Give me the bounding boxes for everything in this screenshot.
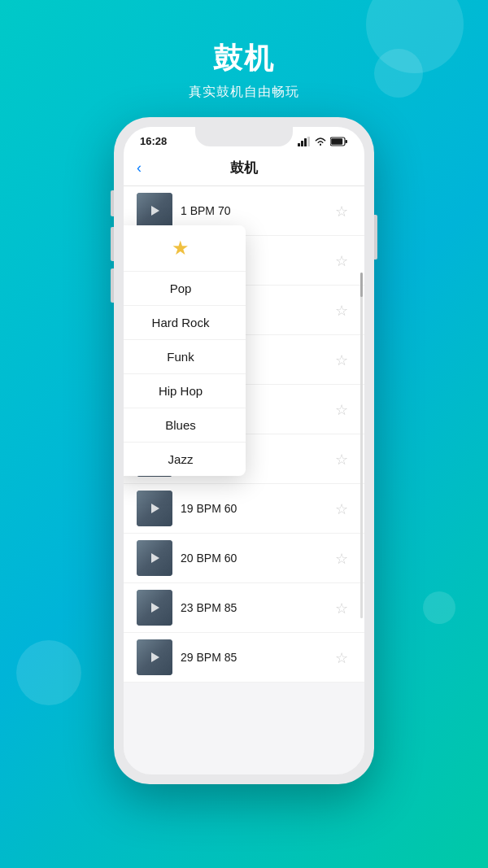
notch: [195, 127, 293, 146]
track-name: 29 BPM 85: [181, 651, 327, 664]
phone-screen: 16:28: [124, 127, 364, 774]
play-icon: [151, 206, 159, 216]
dropdown-header: ★: [124, 225, 246, 272]
track-favorite-star[interactable]: ☆: [335, 649, 351, 665]
svg-rect-2: [304, 138, 307, 146]
play-icon: [151, 504, 159, 513]
track-name: 1 BPM 70: [181, 204, 327, 217]
dropdown-item[interactable]: Pop: [124, 272, 246, 306]
status-time: 16:28: [140, 135, 167, 147]
track-thumbnail: [137, 193, 172, 229]
favorites-star-icon: ★: [172, 237, 190, 260]
track-thumbnail: [137, 540, 172, 576]
track-item[interactable]: 19 BPM 60☆: [124, 484, 364, 534]
dropdown-item[interactable]: Hard Rock: [124, 306, 246, 340]
dropdown-item[interactable]: Hip Hop: [124, 374, 246, 408]
silent-button: [111, 190, 114, 216]
dropdown-item[interactable]: Blues: [124, 408, 246, 443]
svg-rect-1: [301, 141, 303, 146]
track-thumbnail: [137, 491, 172, 526]
track-item[interactable]: 23 BPM 85☆: [124, 583, 364, 633]
track-favorite-star[interactable]: ☆: [335, 203, 351, 219]
track-favorite-star[interactable]: ☆: [335, 600, 351, 616]
track-name: 23 BPM 85: [181, 601, 327, 614]
dropdown-item[interactable]: Jazz: [124, 443, 246, 476]
scroll-thumb: [360, 273, 363, 297]
track-item[interactable]: 20 BPM 60☆: [124, 534, 364, 583]
svg-rect-0: [298, 143, 300, 146]
status-icons: [298, 137, 348, 146]
dropdown-item[interactable]: Funk: [124, 340, 246, 374]
track-favorite-star[interactable]: ☆: [335, 401, 351, 417]
play-icon: [151, 553, 159, 563]
track-favorite-star[interactable]: ☆: [335, 550, 351, 566]
page-title: 鼓机: [189, 39, 299, 79]
play-icon: [151, 652, 159, 662]
play-icon: [151, 603, 159, 613]
track-favorite-star[interactable]: ☆: [335, 302, 351, 318]
track-favorite-star[interactable]: ☆: [335, 351, 351, 368]
track-name: 19 BPM 60: [181, 502, 327, 515]
dropdown-menu[interactable]: ★ PopHard RockFunkHip HopBluesJazz: [124, 225, 246, 476]
svg-rect-3: [307, 137, 310, 146]
track-favorite-star[interactable]: ☆: [335, 451, 351, 467]
scroll-track[interactable]: [360, 273, 363, 618]
nav-bar: ‹ 鼓机: [124, 150, 364, 186]
track-favorite-star[interactable]: ☆: [335, 500, 351, 517]
track-item[interactable]: 29 BPM 85☆: [124, 633, 364, 683]
back-button[interactable]: ‹: [137, 159, 142, 177]
power-button: [374, 215, 377, 260]
track-thumbnail: [137, 639, 172, 675]
nav-title: 鼓机: [230, 159, 258, 177]
phone-frame: 16:28: [114, 117, 374, 784]
svg-rect-7: [331, 138, 342, 145]
wifi-icon: [314, 137, 327, 146]
track-thumbnail: [137, 590, 172, 626]
signal-icon: [298, 137, 311, 146]
volume-down-button: [111, 268, 114, 303]
svg-rect-6: [346, 140, 348, 143]
header-section: 鼓机 真实鼓机自由畅玩: [189, 39, 299, 101]
svg-point-4: [320, 144, 321, 146]
content-area: 1 BPM 70☆10 BPM 70☆12 BPM 60☆13 BPM 60☆1…: [124, 186, 364, 762]
track-favorite-star[interactable]: ☆: [335, 252, 351, 268]
page-subtitle: 真实鼓机自由畅玩: [189, 84, 299, 101]
battery-icon: [330, 137, 348, 146]
volume-up-button: [111, 227, 114, 261]
track-name: 20 BPM 60: [181, 552, 327, 565]
